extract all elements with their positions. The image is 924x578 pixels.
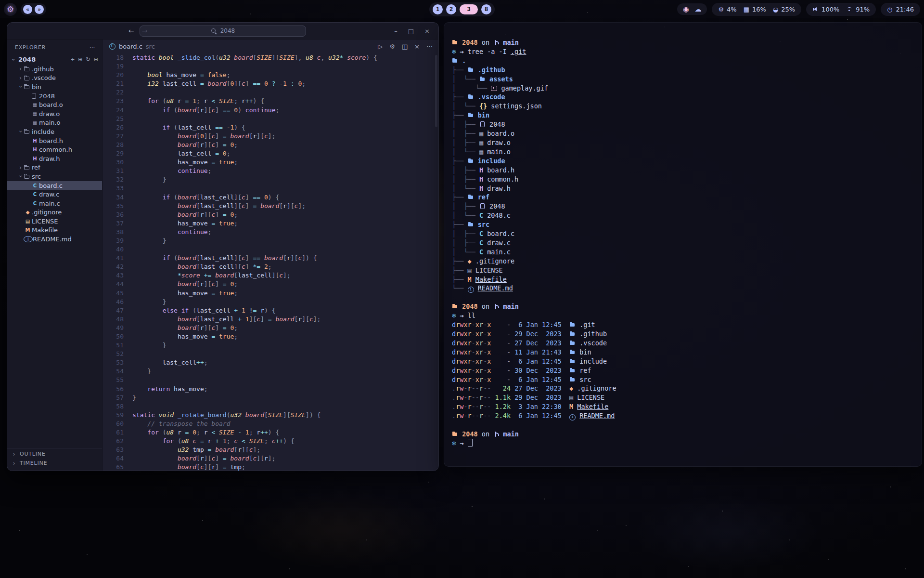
terminal-line: ├── M Makefile [452,275,914,284]
terminal-line: │ ├── 2048 [452,202,914,211]
line-number: 33 [103,184,132,193]
terminal-line: .rw-r--r-- 24 27 Dec 2023 ◆ .gitignore [452,384,914,393]
settings-icon[interactable]: ⚙ [389,43,395,50]
folder-icon [479,76,486,82]
explorer-more-button[interactable]: ⋯ [90,44,95,51]
line-number: 53 [103,358,132,367]
code-line-29: 29 last_cell = 0; [103,149,438,158]
tree-item-label: ref [32,164,40,171]
minimize-button[interactable]: – [394,27,398,35]
code-area[interactable]: 18static bool _slide_col(u32 board[SIZE]… [103,53,438,471]
code-line-19: 19 [103,62,438,71]
tree-root-2048[interactable]: › 2048 +⊞↻⊟ [7,54,102,65]
terminal-line: 2048 on main [452,302,914,311]
maximize-button[interactable]: □ [408,27,414,35]
terminal-window[interactable]: 2048 on main❄ → tree -a -I .git .├── .gi… [444,22,922,467]
code-line-23: 23 for (u8 r = 1; r < SIZE; r++) { [103,97,438,105]
tree-item-main.o[interactable]: ›▦main.o [7,118,102,128]
line-number: 29 [103,149,132,158]
panel-outline[interactable]: › OUTLINE [7,449,102,459]
tree-item-board.c[interactable]: ›Cboard.c [7,181,102,190]
clock-value: 21:46 [896,6,914,13]
code-line-60: 60 // transpose the board [103,420,438,428]
workspace-3[interactable]: 3 [460,4,478,14]
new-folder-icon[interactable]: ⊞ [78,56,82,63]
line-number: 20 [103,71,132,79]
code-line-42: 42 board[last_cell][c] *= 2; [103,263,438,271]
tree-item-label: 2048 [39,92,55,100]
tree-item-common.h[interactable]: ›Hcommon.h [7,145,102,154]
tree-item-draw.o[interactable]: ›▦draw.o [7,109,102,118]
git-branch-icon [493,39,499,45]
chevron-right-icon: › [11,460,17,467]
tree-item-board.o[interactable]: ›▦board.o [7,100,102,109]
tree-item-LICENSE[interactable]: ›▤LICENSE [7,217,102,226]
folder-icon [452,39,458,45]
refresh-icon[interactable]: ↻ [86,56,90,63]
tree-item-.vscode[interactable]: ›.vscode [7,74,102,83]
memory-stat: ▦ 16% [744,6,766,13]
system-stats-widget[interactable]: ⚙ 4% ▦ 16% ◒ 25% [712,3,801,16]
back-button[interactable]: ← [128,27,134,35]
file-icon [479,121,486,127]
code-line-61: 61 for (u8 r = 0; r < SIZE - 1; r++) { [103,428,438,437]
workspace-2[interactable]: 2 [446,4,456,14]
panel-timeline[interactable]: › TIMELINE [7,459,102,468]
audio-network-widget[interactable]: 100% 91% [806,3,876,16]
search-value: 2048 [220,27,235,34]
more-actions-icon[interactable]: ⋯ [426,43,433,50]
permissions: drwxr-xr-x [452,348,491,356]
line-number: 59 [103,411,132,420]
code-line-51: 51 } [103,341,438,350]
close-editor-icon[interactable]: × [414,43,420,50]
tree-item-bin[interactable]: ›bin [7,82,102,92]
permissions: drwxr-xr-x [452,321,491,328]
tree-item-include[interactable]: ›include [7,127,102,136]
file-icon: ▦ [31,102,39,107]
line-number: 58 [103,402,132,411]
git-branch-icon [493,303,499,309]
code-line-63: 63 u32 tmp = board[r][c]; [103,446,438,454]
close-button[interactable]: × [424,27,430,35]
tree-item-main.c[interactable]: ›Cmain.c [7,199,102,208]
applets-widget[interactable]: ◉ ☁ [677,3,707,15]
tree-item-Makefile[interactable]: ›MMakefile [7,226,102,235]
tree-item-2048[interactable]: ›2048 [7,92,102,101]
terminal-line: ❄ → [452,439,914,448]
terminal-line: ├── .github [452,66,914,75]
line-number: 37 [103,219,132,228]
tree-item-ref[interactable]: ›ref [7,163,102,172]
line-number: 27 [103,132,132,141]
breadcrumb[interactable]: C board.c src ▷⚙◫×⋯ [103,39,438,53]
tree-item-.github[interactable]: ›.github [7,65,102,74]
launcher-button[interactable]: ⚙ [4,3,17,16]
split-editor-icon[interactable]: ◫ [402,43,408,50]
new-file-icon[interactable]: + [70,56,75,63]
media-next-button[interactable]: » [35,5,44,14]
file-icon: C [31,192,39,197]
cpu-value: 4% [727,6,737,13]
tree-item-src[interactable]: ›src [7,172,102,181]
media-prev-button[interactable]: « [23,5,32,14]
terminal-line: │ ├── C board.c [452,229,914,238]
collapse-all-icon[interactable]: ⊟ [94,56,98,63]
tree-item-.gitignore[interactable]: ›◆.gitignore [7,208,102,217]
permissions: .rw-r--r-- [452,412,491,420]
cpu-stat: ⚙ 4% [718,6,736,13]
workspace-1[interactable]: 1 [433,4,443,14]
tree-item-draw.c[interactable]: ›Cdraw.c [7,190,102,199]
clock-widget[interactable]: ◷ 21:46 [881,3,920,16]
code-line-59: 59static void _rotate_board(u32 board[SI… [103,411,438,420]
code-line-58: 58 [103,402,438,411]
terminal-line: drwxr-xr-x - 27 Dec 2023 .vscode [452,339,914,348]
tree-item-board.h[interactable]: ›Hboard.h [7,136,102,145]
tree-item-draw.h[interactable]: ›Hdraw.h [7,154,102,163]
line-number: 43 [103,271,132,280]
chevron-right-icon: › [17,66,24,72]
run-button-icon[interactable]: ▷ [378,43,383,50]
command-center-search[interactable]: 2048 [140,26,306,37]
scrollbar-thumb[interactable] [435,55,437,127]
tree-item-README.md[interactable]: ›iREADME.md [7,235,102,244]
tree-item-label: include [32,128,54,135]
workspace-8[interactable]: 8 [481,4,491,14]
